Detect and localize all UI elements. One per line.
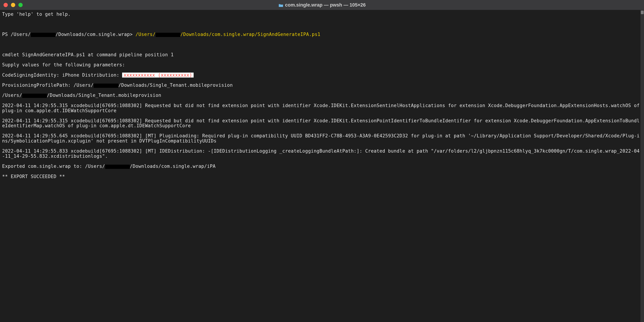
log-line-3: 2022-04-11 14:29:55.645 xcodebuild[67695… <box>2 133 642 144</box>
provprofile-label: ProvisioningProfilePath: /Users/ <box>2 82 94 88</box>
scrollbar[interactable] <box>640 10 644 322</box>
redacted-user-5 <box>105 165 130 169</box>
prompt-prefix: PS /Users/ <box>2 32 31 37</box>
cmd-part2: /Downloads/com.single.wrap/SignAndGenera… <box>180 32 320 37</box>
minimize-button[interactable] <box>11 3 15 7</box>
window-title: com.single.wrap — pwsh — 105×26 <box>278 2 366 8</box>
close-button[interactable] <box>4 3 8 7</box>
blank-line-2 <box>2 42 642 47</box>
provprofile-line: ProvisioningProfilePath: /Users//Downloa… <box>2 83 642 88</box>
traffic-lights <box>4 3 23 7</box>
terminal-content[interactable]: Type 'help' to get help. PS /Users//Down… <box>0 10 644 322</box>
supply-line: Supply values for the following paramete… <box>2 62 642 68</box>
log-line-2: 2022-04-11 14:29:55.315 xcodebuild[67695… <box>2 118 642 128</box>
codesign-label: CodeSigningIdentity: iPhone Distribution… <box>2 72 122 78</box>
redacted-user-1 <box>31 33 56 37</box>
blank-line <box>2 22 642 27</box>
folder-icon <box>278 3 283 7</box>
cmdlet-line: cmdlet SignAndGenerateIPA.ps1 at command… <box>2 52 642 57</box>
prompt-path: /Downloads/com.single.wrap> <box>56 32 136 37</box>
log-line-4: 2022-04-11 14:29:55.833 xcodebuild[67695… <box>2 148 642 158</box>
maximize-button[interactable] <box>18 3 23 7</box>
codesign-redacted: xxxxxxxxxxx (xxxxxxxxxx) <box>122 72 194 78</box>
redacted-user-4 <box>22 94 47 98</box>
echo-users: /Users/ <box>2 92 22 98</box>
exported-suffix: /Downloads/com.single.wrap/iPA <box>130 164 216 169</box>
terminal-window: com.single.wrap — pwsh — 105×26 Type 'he… <box>0 0 644 322</box>
help-line: Type 'help' to get help. <box>2 12 642 17</box>
exported-prefix: Exported com.single.wrap to: /Users/ <box>2 164 105 169</box>
scrollbar-thumb[interactable] <box>641 10 644 14</box>
redacted-user-2 <box>156 33 180 37</box>
prompt-line: PS /Users//Downloads/com.single.wrap> /U… <box>2 32 642 37</box>
provprofile-path: /Downloads/Single_Tenant.mobileprovision <box>118 82 233 88</box>
titlebar: com.single.wrap — pwsh — 105×26 <box>0 0 644 10</box>
echo-line: /Users//Downloads/Single_Tenant.mobilepr… <box>2 93 642 98</box>
succeeded-line: ** EXPORT SUCCEEDED ** <box>2 174 642 179</box>
cmd-part1: /Users/ <box>136 32 156 37</box>
echo-path: /Downloads/Single_Tenant.mobileprovision <box>47 92 161 98</box>
log-line-1: 2022-04-11 14:29:55.315 xcodebuild[67695… <box>2 103 642 113</box>
codesign-line: CodeSigningIdentity: iPhone Distribution… <box>2 72 642 78</box>
redacted-user-3 <box>94 84 118 88</box>
window-title-text: com.single.wrap — pwsh — 105×26 <box>285 2 366 8</box>
exported-line: Exported com.single.wrap to: /Users//Dow… <box>2 164 642 169</box>
